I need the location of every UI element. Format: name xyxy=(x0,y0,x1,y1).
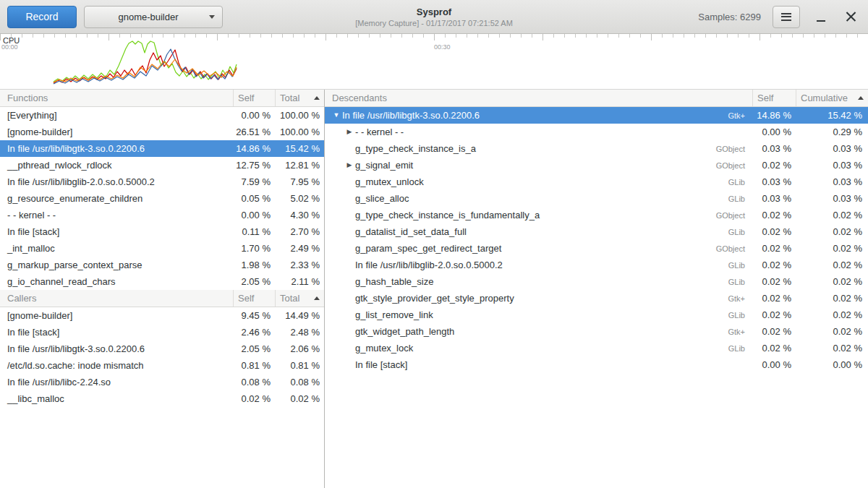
table-row[interactable]: In file /usr/lib/libglib-2.0.so.0.5000.2… xyxy=(0,174,324,190)
table-row[interactable]: g_param_spec_get_redirect_targetGObject0… xyxy=(325,240,868,257)
callers-table-header: Callers Self Total xyxy=(0,290,324,307)
column-header-self[interactable]: Self xyxy=(233,290,275,307)
function-name: g_io_channel_read_chars xyxy=(0,276,233,287)
table-row[interactable]: In file /usr/lib/libgtk-3.so.0.2200.614.… xyxy=(0,140,324,157)
functions-table-body: [Everything]0.00 %100.00 %[gnome-builder… xyxy=(0,107,324,290)
expander-closed-icon[interactable]: ▶ xyxy=(344,157,355,174)
cumulative-value: 0.03 % xyxy=(796,193,868,204)
self-value: 0.08 % xyxy=(233,377,275,388)
functions-table-header: Functions Self Total xyxy=(0,90,324,107)
table-row[interactable]: In file [stack]2.46 %2.48 % xyxy=(0,324,324,341)
column-header-self[interactable]: Self xyxy=(233,90,275,106)
self-value: 9.45 % xyxy=(233,310,275,321)
cumulative-value: 15.42 % xyxy=(796,110,868,121)
process-selector-label: gnome-builder xyxy=(92,12,205,22)
table-row[interactable]: g_markup_parse_context_parse1.98 %2.33 % xyxy=(0,257,324,273)
right-column: Descendants Self Cumulative ▼In file /us… xyxy=(325,90,868,488)
table-row[interactable]: - - kernel - -0.00 %4.30 % xyxy=(0,207,324,223)
function-name: In file [stack] xyxy=(0,327,233,338)
self-value: 26.51 % xyxy=(233,127,275,137)
table-row[interactable]: _int_malloc1.70 %2.49 % xyxy=(0,240,324,257)
library-badge: GLib xyxy=(723,194,752,203)
window-title-area: Sysprof [Memory Capture] - 01/17/2017 07… xyxy=(355,7,513,27)
column-header-total-label: Total xyxy=(280,93,299,103)
library-badge: GLib xyxy=(723,261,752,270)
table-row[interactable]: ▶- - kernel - -0.00 %0.29 % xyxy=(325,124,868,140)
column-header-total[interactable]: Total xyxy=(275,90,324,106)
expander-closed-icon[interactable]: ▶ xyxy=(344,124,355,140)
function-name: - - kernel - - xyxy=(0,210,233,221)
column-header-functions[interactable]: Functions xyxy=(0,90,233,106)
function-name-cell: g_param_spec_get_redirect_targetGObject xyxy=(325,243,752,254)
total-value: 0.08 % xyxy=(275,377,324,388)
table-row[interactable]: __pthread_rwlock_rdlock12.75 %12.81 % xyxy=(0,157,324,174)
table-row[interactable]: [gnome-builder]26.51 %100.00 % xyxy=(0,124,324,140)
column-header-self[interactable]: Self xyxy=(752,90,796,106)
table-row[interactable]: [Everything]0.00 %100.00 % xyxy=(0,107,324,124)
table-row[interactable]: g_type_check_instance_is_fundamentally_a… xyxy=(325,207,868,223)
close-button[interactable] xyxy=(842,7,861,26)
function-name: In file /usr/lib/libglib-2.0.so.0.5000.2 xyxy=(0,176,233,187)
table-row[interactable]: g_mutex_unlockGLib0.03 %0.03 % xyxy=(325,174,868,190)
table-row[interactable]: g_slice_allocGLib0.03 %0.03 % xyxy=(325,190,868,207)
function-name-cell: g_mutex_unlockGLib xyxy=(325,176,752,187)
library-badge: GLib xyxy=(723,278,752,286)
table-row[interactable]: __libc_malloc0.02 %0.02 % xyxy=(0,390,324,407)
column-header-callers[interactable]: Callers xyxy=(0,290,233,307)
function-name: gtk_widget_path_length xyxy=(355,326,454,337)
record-button[interactable]: Record xyxy=(7,6,77,28)
self-value: 2.05 % xyxy=(233,343,275,354)
function-name-cell: gtk_widget_path_lengthGtk+ xyxy=(325,326,752,337)
expander-open-icon[interactable]: ▼ xyxy=(331,107,342,124)
table-row[interactable]: g_hash_table_sizeGLib0.02 %0.02 % xyxy=(325,273,868,290)
column-header-descendants[interactable]: Descendants xyxy=(325,90,752,106)
total-value: 15.42 % xyxy=(275,143,324,154)
library-badge: GLib xyxy=(723,178,752,187)
table-row[interactable]: g_type_check_instance_is_aGObject0.03 %0… xyxy=(325,140,868,157)
cpu-graph-area[interactable]: CPU 00:00 00:30 xyxy=(0,34,868,90)
table-row[interactable]: In file /usr/lib/libglib-2.0.so.0.5000.2… xyxy=(325,257,868,273)
self-value: 0.11 % xyxy=(233,226,275,237)
table-row[interactable]: g_mutex_lockGLib0.02 %0.02 % xyxy=(325,340,868,356)
table-row[interactable]: In file /usr/lib/libc-2.24.so0.08 %0.08 … xyxy=(0,374,324,390)
column-header-cumulative[interactable]: Cumulative xyxy=(796,90,868,106)
self-value: 0.81 % xyxy=(233,360,275,371)
library-badge: GObject xyxy=(710,161,752,170)
cumulative-value: 0.03 % xyxy=(796,143,868,154)
table-row[interactable]: [gnome-builder]9.45 %14.49 % xyxy=(0,307,324,324)
table-row[interactable]: In file [stack]0.11 %2.70 % xyxy=(0,223,324,240)
table-row[interactable]: g_datalist_id_set_data_fullGLib0.02 %0.0… xyxy=(325,223,868,240)
table-row[interactable]: In file [stack]0.00 %0.00 % xyxy=(325,356,868,373)
menu-button[interactable] xyxy=(773,6,800,28)
cumulative-value: 0.02 % xyxy=(796,210,868,221)
hamburger-icon xyxy=(781,13,791,21)
function-name-cell: gtk_style_provider_get_style_propertyGtk… xyxy=(325,293,752,304)
column-header-cumulative-label: Cumulative xyxy=(801,93,848,103)
minimize-button[interactable] xyxy=(812,7,830,26)
self-value: 0.02 % xyxy=(752,276,796,287)
table-row[interactable]: g_list_remove_linkGLib0.02 %0.02 % xyxy=(325,307,868,323)
column-header-total[interactable]: Total xyxy=(275,290,324,307)
process-selector-dropdown[interactable]: gnome-builder xyxy=(84,6,223,28)
function-name: g_markup_parse_context_parse xyxy=(0,260,233,270)
table-row[interactable]: ▼In file /usr/lib/libgtk-3.so.0.2200.6Gt… xyxy=(325,107,868,124)
self-value: 12.75 % xyxy=(233,160,275,171)
cumulative-value: 0.02 % xyxy=(796,309,868,320)
table-row[interactable]: In file /usr/lib/libgtk-3.so.0.2200.62.0… xyxy=(0,341,324,357)
self-value: 2.46 % xyxy=(233,327,275,338)
table-row[interactable]: gtk_widget_path_lengthGtk+0.02 %0.02 % xyxy=(325,323,868,340)
sort-indicator-icon xyxy=(314,96,320,100)
self-value: 0.05 % xyxy=(233,193,275,204)
table-row[interactable]: gtk_style_provider_get_style_propertyGtk… xyxy=(325,290,868,307)
self-value: 0.02 % xyxy=(752,243,796,254)
self-value: 0.02 % xyxy=(752,260,796,270)
table-row[interactable]: g_resource_enumerate_children0.05 %5.02 … xyxy=(0,190,324,207)
function-name-cell: g_type_check_instance_is_aGObject xyxy=(325,143,752,154)
header-bar: Record gnome-builder Sysprof [Memory Cap… xyxy=(0,0,868,34)
table-row[interactable]: g_io_channel_read_chars2.05 %2.11 % xyxy=(0,273,324,290)
cumulative-value: 0.02 % xyxy=(796,326,868,337)
table-row[interactable]: /etc/ld.so.cache: inode mismatch0.81 %0.… xyxy=(0,357,324,374)
self-value: 0.02 % xyxy=(752,326,796,337)
self-value: 0.02 % xyxy=(752,210,796,221)
table-row[interactable]: ▶g_signal_emitGObject0.02 %0.03 % xyxy=(325,157,868,174)
